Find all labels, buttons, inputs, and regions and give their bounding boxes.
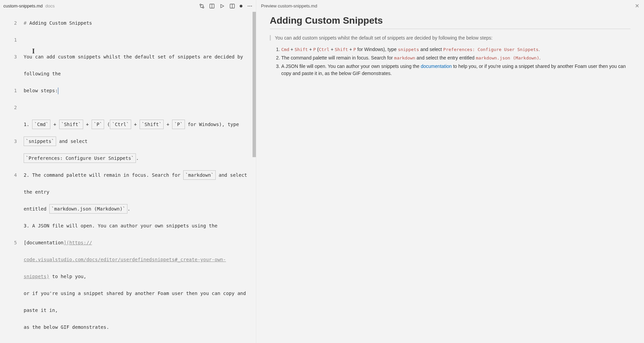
code-line-step1-wrap: `Preferences: Configure User Snippets`. — [24, 150, 249, 167]
preview-steps-list: Cmd + Shift + P (Ctrl + Shift + P for Wi… — [270, 46, 630, 77]
close-icon[interactable]: ✕ — [635, 3, 639, 9]
code-area[interactable]: # Adding Custom Snippets You can add cus… — [24, 15, 256, 343]
preview-tab-title[interactable]: Preview custom-snippets.md — [261, 3, 317, 8]
editor-body[interactable]: I 2 1 3 1 2 3 4 5 # Adding Custom Snippe… — [0, 12, 256, 343]
preview-pane: Preview custom-snippets.md ✕ Adding Cust… — [256, 0, 644, 343]
svg-point-9 — [251, 5, 252, 6]
line-number: 5 — [0, 234, 17, 251]
tab-filename: custom-snippets.md — [3, 3, 43, 8]
code-line-step3-wrap3: as the below GIF demonstrates. — [24, 319, 249, 336]
compare-changes-icon[interactable] — [199, 3, 205, 9]
svg-point-1 — [202, 7, 204, 8]
preview-step-2: The command palette will remain in focus… — [281, 54, 630, 62]
preview-heading: Adding Custom Snippets — [270, 15, 630, 29]
preview-tab-bar: Preview custom-snippets.md ✕ — [256, 0, 644, 12]
code-line-step3: 3. A JSON file will open. You can author… — [24, 217, 249, 251]
line-number: 3 — [0, 48, 17, 65]
tab-folder: docs — [45, 3, 54, 8]
code-line-intro: You can add custom snippets whilst the d… — [24, 48, 249, 82]
caret-icon — [58, 88, 58, 94]
code-line-step3-wrap1: code.visualstudio.com/docs/editor/userde… — [24, 251, 249, 285]
code-line-intro-wrap: below steps: — [24, 82, 249, 99]
run-icon[interactable] — [219, 3, 225, 9]
code-line-step2-wrap: entitled `markdown.json (Markdown)`. — [24, 200, 249, 217]
editor-pane: custom-snippets.md docs I — [0, 0, 256, 343]
editor-tab[interactable]: custom-snippets.md docs — [3, 3, 55, 8]
documentation-link[interactable]: documentation — [421, 64, 452, 69]
text-cursor-icon: I — [32, 47, 35, 55]
svg-point-8 — [249, 5, 250, 6]
preview-blockquote: You can add custom snippets whilst the d… — [270, 35, 630, 41]
code-line-step3-wrap2: or if you're using a snippet shared by a… — [24, 285, 249, 319]
svg-point-0 — [200, 4, 201, 5]
line-number: 1 — [0, 82, 17, 99]
open-preview-side-icon[interactable] — [209, 3, 215, 9]
svg-point-7 — [248, 5, 248, 6]
line-number: 2 — [0, 99, 17, 116]
code-line-empty — [24, 31, 249, 48]
line-number: 2 — [0, 15, 17, 31]
preview-step-1: Cmd + Shift + P (Ctrl + Shift + P for Wi… — [281, 46, 630, 53]
svg-marker-4 — [221, 4, 224, 8]
preview-step-3: A JSON file will open. You can author yo… — [281, 63, 630, 77]
scrollbar-thumb[interactable] — [253, 12, 256, 157]
editor-tab-actions — [199, 3, 253, 9]
line-gutter: 2 1 3 1 2 3 4 5 — [0, 15, 24, 343]
code-line-empty — [24, 336, 249, 343]
preview-content: Adding Custom Snippets You can add custo… — [256, 12, 644, 85]
code-line-step1: 1. `Cmd` + `Shift` + `P` (`Ctrl` + `Shif… — [24, 116, 249, 150]
more-actions-icon[interactable] — [247, 3, 253, 9]
split-editor-icon[interactable] — [230, 3, 235, 9]
code-line-empty — [24, 99, 249, 116]
modified-indicator-icon[interactable] — [240, 5, 242, 7]
editor-tab-bar: custom-snippets.md docs — [0, 0, 256, 12]
code-line-step2: 2. The command palette will remain in fo… — [24, 167, 249, 200]
line-number: 3 — [0, 133, 17, 150]
code-line-heading: # Adding Custom Snippets — [24, 15, 249, 31]
line-number: 4 — [0, 167, 17, 183]
line-number: 1 — [0, 31, 17, 48]
